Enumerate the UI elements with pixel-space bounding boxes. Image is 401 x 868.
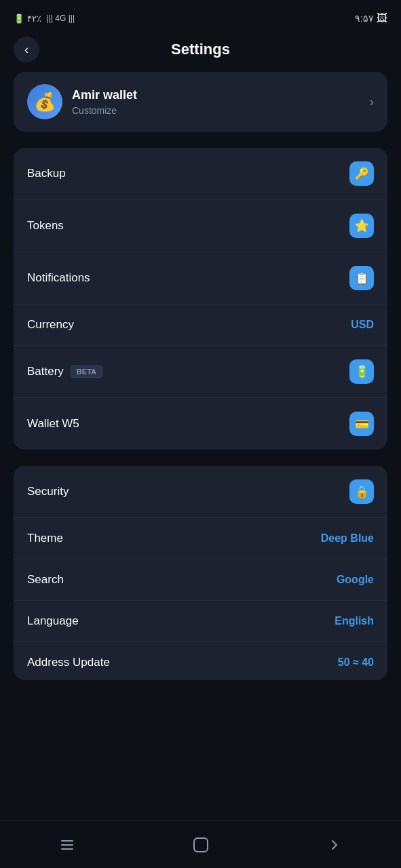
- language-right: English: [335, 615, 374, 627]
- battery-label: Battery: [27, 365, 64, 378]
- settings-section-1: Backup 🔑 Tokens ⭐ Notifications 📋 Curren…: [14, 148, 387, 450]
- status-right: ۹:۵۷ 🖼: [355, 12, 387, 24]
- wallet-chevron-icon: ›: [370, 95, 374, 109]
- nav-menu-icon[interactable]: [50, 828, 84, 862]
- backup-left: Backup: [27, 167, 66, 180]
- currency-value: USD: [351, 319, 374, 331]
- svg-rect-3: [194, 838, 208, 852]
- status-left: 🔋 ۴۲٪ ||| 4G |||: [14, 14, 75, 24]
- settings-section-2: Security 🔒 Theme Deep Blue Search Google…: [14, 466, 387, 680]
- theme-label: Theme: [27, 532, 63, 545]
- page-title: Settings: [171, 41, 230, 58]
- wallet-avatar: 💰: [27, 84, 62, 119]
- currency-right: USD: [351, 319, 374, 331]
- tokens-left: Tokens: [27, 219, 64, 233]
- backup-label: Backup: [27, 167, 66, 180]
- theme-value: Deep Blue: [321, 532, 374, 545]
- settings-row-battery[interactable]: Battery BETA 🔋: [14, 346, 387, 398]
- security-label: Security: [27, 485, 69, 498]
- svg-rect-0: [61, 840, 73, 842]
- settings-row-theme[interactable]: Theme Deep Blue: [14, 518, 387, 559]
- settings-row-notifications[interactable]: Notifications 📋: [14, 252, 387, 304]
- settings-row-language[interactable]: Language English: [14, 601, 387, 642]
- wallet-name: Amir wallet: [72, 88, 137, 102]
- beta-badge: BETA: [71, 366, 102, 378]
- settings-row-address-update[interactable]: Address Update 50 ≈ 40: [14, 642, 387, 680]
- wallet-emoji: 💰: [34, 92, 56, 113]
- address-update-right: 50 ≈ 40: [338, 656, 374, 669]
- security-left: Security: [27, 485, 69, 498]
- signal-status: ||| 4G |||: [47, 14, 75, 23]
- language-value: English: [335, 615, 374, 627]
- tokens-icon: ⭐: [349, 214, 374, 238]
- settings-row-backup[interactable]: Backup 🔑: [14, 148, 387, 200]
- currency-label: Currency: [27, 318, 74, 332]
- search-value: Google: [337, 574, 374, 586]
- currency-left: Currency: [27, 318, 74, 332]
- security-icon: 🔒: [349, 479, 374, 504]
- search-label: Search: [27, 573, 64, 587]
- tokens-label: Tokens: [27, 219, 64, 233]
- settings-row-currency[interactable]: Currency USD: [14, 304, 387, 346]
- battery-left: Battery BETA: [27, 365, 102, 378]
- time-display: ۹:۵۷: [355, 13, 374, 24]
- walletw5-left: Wallet W5: [27, 417, 79, 431]
- wallet-card[interactable]: 💰 Amir wallet Customize ›: [14, 72, 387, 132]
- theme-right: Deep Blue: [321, 532, 374, 545]
- settings-row-search[interactable]: Search Google: [14, 559, 387, 601]
- backup-icon: 🔑: [349, 161, 374, 186]
- header: ‹ Settings: [0, 34, 401, 72]
- notifications-right: 📋: [349, 266, 374, 290]
- battery-right: 🔋: [349, 359, 374, 384]
- search-left: Search: [27, 573, 64, 587]
- backup-right: 🔑: [349, 161, 374, 186]
- wallet-info: Amir wallet Customize: [72, 88, 137, 116]
- nav-bar: [0, 821, 401, 868]
- wallet-subtitle: Customize: [72, 105, 137, 116]
- notifications-left: Notifications: [27, 271, 90, 285]
- language-left: Language: [27, 614, 79, 628]
- security-right: 🔒: [349, 479, 374, 504]
- tokens-right: ⭐: [349, 214, 374, 238]
- theme-left: Theme: [27, 532, 63, 545]
- svg-rect-1: [61, 844, 73, 846]
- settings-row-walletw5[interactable]: Wallet W5 💳: [14, 398, 387, 450]
- settings-row-tokens[interactable]: Tokens ⭐: [14, 200, 387, 252]
- notifications-label: Notifications: [27, 271, 90, 285]
- nav-home-icon[interactable]: [184, 828, 218, 862]
- svg-rect-2: [61, 848, 73, 850]
- walletw5-icon: 💳: [349, 412, 374, 436]
- address-update-left: Address Update: [27, 656, 110, 669]
- nav-forward-icon[interactable]: [318, 828, 351, 862]
- address-update-label: Address Update: [27, 656, 110, 669]
- wallet-card-left: 💰 Amir wallet Customize: [27, 84, 137, 119]
- language-label: Language: [27, 614, 79, 628]
- address-update-value: 50 ≈ 40: [338, 656, 374, 669]
- walletw5-label: Wallet W5: [27, 417, 79, 431]
- notifications-icon: 📋: [349, 266, 374, 290]
- battery-status: 🔋 ۴۲٪: [14, 14, 41, 24]
- battery-icon: 🔋: [349, 359, 374, 384]
- search-right: Google: [337, 574, 374, 586]
- walletw5-right: 💳: [349, 412, 374, 436]
- media-icon: 🖼: [377, 12, 387, 24]
- status-bar: 🔋 ۴۲٪ ||| 4G ||| ۹:۵۷ 🖼: [0, 0, 401, 34]
- settings-row-security[interactable]: Security 🔒: [14, 466, 387, 518]
- back-button[interactable]: ‹: [14, 37, 39, 62]
